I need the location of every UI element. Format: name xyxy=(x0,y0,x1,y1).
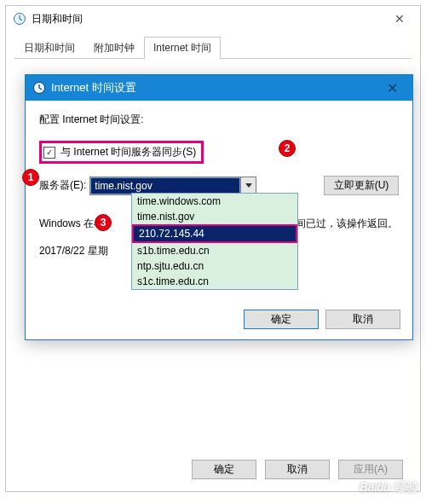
chevron-down-icon[interactable] xyxy=(240,177,256,194)
dropdown-item[interactable]: s1c.time.edu.cn xyxy=(132,274,297,289)
inner-title: Internet 时间设置 xyxy=(51,80,377,96)
clock-icon xyxy=(13,12,26,26)
tab-internet-time[interactable]: Internet 时间 xyxy=(144,37,221,59)
tab-strip: 日期和时间 附加时钟 Internet 时间 xyxy=(14,37,412,59)
server-value[interactable]: time.nist.gov xyxy=(90,177,240,194)
inner-titlebar[interactable]: Internet 时间设置 ✕ xyxy=(26,75,412,101)
tab-additional-clocks[interactable]: 附加时钟 xyxy=(84,37,144,59)
annotation-badge-3: 3 xyxy=(95,214,112,231)
outer-footer: 确定 取消 应用(A) xyxy=(192,460,403,479)
outer-apply-button[interactable]: 应用(A) xyxy=(338,460,403,479)
dropdown-item[interactable]: time.nist.gov xyxy=(132,209,297,224)
outer-close-button[interactable]: ✕ xyxy=(383,8,417,30)
outer-title: 日期和时间 xyxy=(32,12,383,26)
dropdown-item[interactable]: s1b.time.edu.cn xyxy=(132,243,297,258)
outer-cancel-button[interactable]: 取消 xyxy=(265,460,330,479)
inner-cancel-button[interactable]: 取消 xyxy=(325,310,400,329)
inner-ok-button[interactable]: 确定 xyxy=(244,310,319,329)
outer-ok-button[interactable]: 确定 xyxy=(192,460,256,479)
server-dropdown[interactable]: time.windows.com time.nist.gov 210.72.14… xyxy=(131,193,298,290)
sync-checkbox[interactable] xyxy=(43,147,55,159)
outer-titlebar[interactable]: 日期和时间 ✕ xyxy=(6,6,420,32)
sync-checkbox-row[interactable]: 与 Internet 时间服务器同步(S) xyxy=(39,141,204,164)
outer-dialog: 日期和时间 ✕ 日期和时间 附加时钟 Internet 时间 确定 取消 应用(… xyxy=(5,5,421,492)
dropdown-item-selected[interactable]: 210.72.145.44 xyxy=(132,224,297,243)
dropdown-item[interactable]: ntp.sjtu.edu.cn xyxy=(132,258,297,274)
tab-datetime[interactable]: 日期和时间 xyxy=(14,37,84,59)
annotation-badge-1: 1 xyxy=(22,169,39,186)
sync-label: 与 Internet 时间服务器同步(S) xyxy=(60,145,196,159)
config-label: 配置 Internet 时间设置: xyxy=(39,113,399,127)
inner-dialog: Internet 时间设置 ✕ 配置 Internet 时间设置: 与 Inte… xyxy=(25,74,413,340)
inner-footer: 确定 取消 xyxy=(244,310,400,329)
dropdown-item[interactable]: time.windows.com xyxy=(132,194,297,209)
server-label: 服务器(E): xyxy=(39,178,86,193)
inner-close-button[interactable]: ✕ xyxy=(377,77,407,99)
update-now-button[interactable]: 立即更新(U) xyxy=(324,176,399,195)
inner-body: 配置 Internet 时间设置: 与 Internet 时间服务器同步(S) … xyxy=(26,101,412,267)
annotation-badge-2: 2 xyxy=(279,140,296,157)
clock-icon xyxy=(32,81,46,95)
